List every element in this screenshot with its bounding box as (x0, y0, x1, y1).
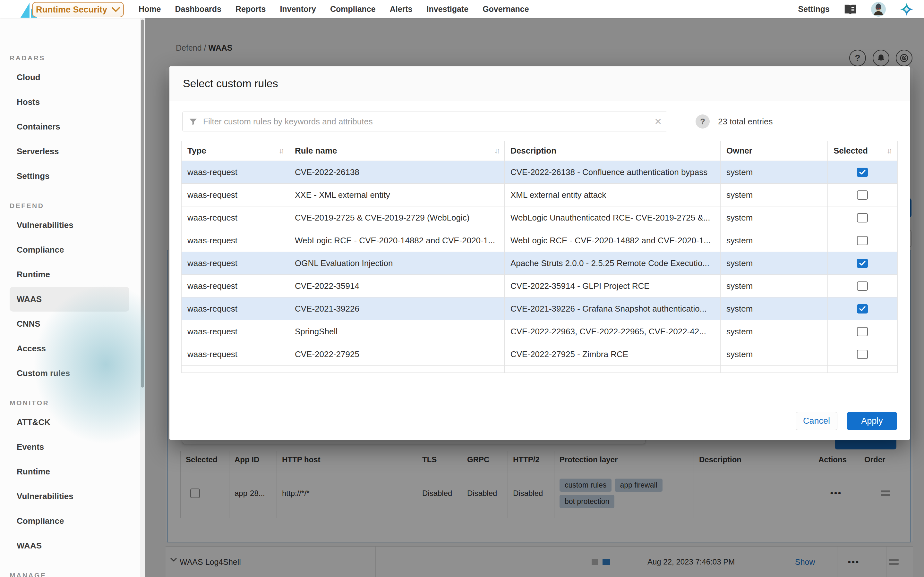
user-avatar[interactable] (871, 2, 886, 17)
nav-item-home[interactable]: Home (139, 5, 161, 14)
checkbox-checked[interactable] (857, 259, 868, 268)
rule-description-cell: CVE-2021-39226 - Grafana Snapshot authen… (505, 298, 720, 320)
rule-owner-cell: system (720, 206, 828, 229)
rule-description-cell: CVE-2022-27925 - Zimbra RCE (505, 343, 720, 366)
sidebar-item-compliance[interactable]: Compliance (10, 509, 129, 533)
top-nav-right: Settings (798, 0, 914, 18)
checkbox-unchecked[interactable] (857, 350, 868, 359)
settings-link[interactable]: Settings (798, 5, 830, 14)
selected-cell (828, 184, 897, 206)
main-menu: HomeDashboardsReportsInventoryCompliance… (139, 0, 529, 18)
checkbox-unchecked[interactable] (857, 213, 868, 222)
sidebar-section-monitor: MONITOR (10, 393, 145, 407)
rule-name-type: waas-request (182, 298, 289, 320)
sidebar-item-vulnerabilities[interactable]: Vulnerabilities (10, 213, 129, 237)
column-header-owner[interactable]: Owner (720, 141, 828, 161)
table-row[interactable]: waas-requestWebLogic RCE - CVE-2020-1488… (182, 229, 897, 252)
select-custom-rules-modal: Select custom rules ✕ ? 23 total entries… (170, 66, 910, 440)
rule-owner-cell: system (720, 275, 828, 298)
sidebar-item-settings[interactable]: Settings (10, 164, 129, 189)
rule-name-type: waas-request (182, 161, 289, 184)
checkbox-checked[interactable] (857, 168, 868, 177)
selected-cell (828, 161, 897, 184)
nav-item-investigate[interactable]: Investigate (427, 5, 469, 14)
apply-button[interactable]: Apply (847, 412, 897, 430)
column-header-type[interactable]: Type↓↑ (182, 141, 289, 161)
table-row[interactable]: waas-requestCVE-2021-39226CVE-2021-39226… (182, 298, 897, 320)
empty-cell (289, 366, 505, 372)
checkbox-checked[interactable] (857, 304, 868, 314)
sidebar-scrollbar-thumb[interactable] (141, 19, 144, 388)
nav-item-dashboards[interactable]: Dashboards (175, 5, 221, 14)
rule-description-cell: CVE-2022-26138 - Confluence authenticati… (505, 161, 720, 184)
prisma-sparkle-icon[interactable] (899, 2, 914, 17)
nav-item-inventory[interactable]: Inventory (280, 5, 316, 14)
sort-icon[interactable]: ↓↑ (279, 147, 283, 155)
sidebar-item-waas[interactable]: WAAS (10, 287, 129, 311)
table-row[interactable]: waas-requestCVE-2019-2725 & CVE-2019-272… (182, 206, 897, 229)
nav-item-reports[interactable]: Reports (236, 5, 266, 14)
rule-name-cell: WebLogic RCE - CVE-2020-14882 and CVE-20… (289, 229, 505, 252)
column-header-label: Type (187, 146, 206, 156)
table-row[interactable]: waas-requestSpringShellCVE-2022-22963, C… (182, 320, 897, 343)
table-row-partial (182, 366, 897, 372)
sidebar-item-cnns[interactable]: CNNS (10, 311, 129, 336)
sidebar-item-cloud[interactable]: Cloud (10, 65, 129, 90)
table-row[interactable]: waas-requestXXE - XML external entityXML… (182, 184, 897, 206)
rule-name-cell: CVE-2022-27925 (289, 343, 505, 366)
clear-filter-icon[interactable]: ✕ (654, 112, 662, 132)
rule-name-type: waas-request (182, 206, 289, 229)
sidebar-item-att-ck[interactable]: ATT&CK (10, 410, 129, 435)
rule-name-type: waas-request (182, 252, 289, 275)
table-row[interactable]: waas-requestCVE-2022-35914CVE-2022-35914… (182, 275, 897, 298)
checkbox-unchecked[interactable] (857, 190, 868, 200)
table-row[interactable]: waas-requestCVE-2022-26138CVE-2022-26138… (182, 161, 897, 184)
sidebar-item-serverless[interactable]: Serverless (10, 139, 129, 164)
top-navigation-bar: Runtime Security HomeDashboardsReportsIn… (0, 0, 924, 18)
sidebar-item-custom-rules[interactable]: Custom rules (10, 361, 129, 386)
checkbox-unchecked[interactable] (857, 236, 868, 245)
sidebar-item-runtime[interactable]: Runtime (10, 262, 129, 287)
column-header-description[interactable]: Description (505, 141, 720, 161)
table-row[interactable]: waas-requestCVE-2022-27925CVE-2022-27925… (182, 343, 897, 366)
column-header-label: Rule name (295, 146, 337, 156)
rule-name-cell: OGNL Evaluation Injection (289, 252, 505, 275)
sidebar-item-waas[interactable]: WAAS (10, 533, 129, 558)
rule-owner-cell: system (720, 343, 828, 366)
sidebar-item-vulnerabilities[interactable]: Vulnerabilities (10, 484, 129, 509)
sidebar-item-compliance[interactable]: Compliance (10, 237, 129, 262)
documentation-book-icon[interactable] (843, 2, 858, 17)
filter-funnel-icon (188, 117, 198, 127)
column-header-label: Owner (726, 146, 752, 156)
rule-name-cell: CVE-2019-2725 & CVE-2019-2729 (WebLogic) (289, 206, 505, 229)
rule-owner-cell: system (720, 229, 828, 252)
sort-icon[interactable]: ↓↑ (494, 147, 499, 155)
cancel-button[interactable]: Cancel (796, 412, 837, 430)
nav-item-alerts[interactable]: Alerts (390, 5, 413, 14)
product-switcher[interactable]: Runtime Security (32, 2, 124, 17)
sidebar-item-access[interactable]: Access (10, 336, 129, 361)
table-row[interactable]: waas-requestOGNL Evaluation InjectionApa… (182, 252, 897, 275)
sidebar-item-hosts[interactable]: Hosts (10, 90, 129, 114)
sidebar-item-events[interactable]: Events (10, 435, 129, 459)
sidebar-section-defend: DEFEND (10, 195, 145, 210)
column-header-rule-name[interactable]: Rule name↓↑ (289, 141, 505, 161)
sidebar-item-runtime[interactable]: Runtime (10, 459, 129, 484)
rule-owner-cell: system (720, 320, 828, 343)
selected-cell (828, 229, 897, 252)
rule-description-cell: WebLogic Unauthenticated RCE- CVE-2019-2… (505, 206, 720, 229)
column-header-selected[interactable]: Selected↓↑ (828, 141, 897, 161)
sort-icon[interactable]: ↓↑ (887, 147, 891, 155)
rule-name-type: waas-request (182, 320, 289, 343)
rules-filter-input[interactable] (203, 112, 646, 131)
sidebar-item-containers[interactable]: Containers (10, 114, 129, 139)
rule-description-cell: CVE-2022-35914 - GLPI Project RCE (505, 275, 720, 298)
nav-item-compliance[interactable]: Compliance (330, 5, 376, 14)
custom-rules-table: Type↓↑Rule name↓↑DescriptionOwnerSelecte… (181, 141, 898, 373)
checkbox-unchecked[interactable] (857, 282, 868, 291)
sidebar: RADARSCloudHostsContainersServerlessSett… (0, 18, 145, 577)
nav-item-governance[interactable]: Governance (483, 5, 529, 14)
rule-description-cell: WebLogic RCE - CVE-2020-14882 and CVE-20… (505, 229, 720, 252)
filter-help-icon[interactable]: ? (696, 114, 710, 129)
checkbox-unchecked[interactable] (857, 327, 868, 336)
